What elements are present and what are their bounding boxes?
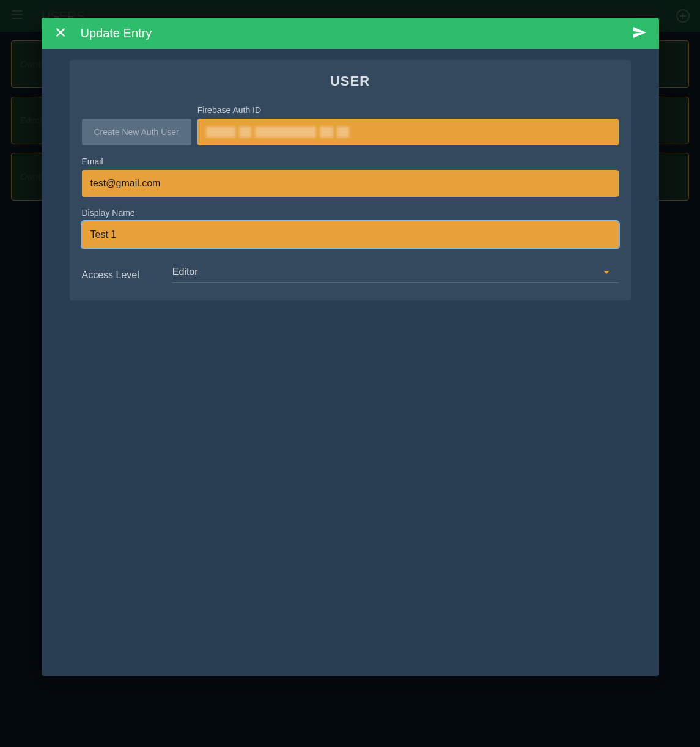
user-form-panel: USER Create New Auth User Firebase Auth … (70, 60, 631, 300)
email-field[interactable] (82, 170, 619, 197)
modal-header: Update Entry (42, 18, 659, 49)
create-new-auth-user-button[interactable]: Create New Auth User (82, 119, 191, 145)
panel-title: USER (82, 73, 619, 89)
update-entry-modal: Update Entry USER Create New Auth User F… (42, 18, 659, 676)
email-label: Email (82, 156, 619, 166)
access-level-value: Editor (172, 267, 198, 278)
access-level-label: Access Level (82, 270, 139, 281)
modal-overlay[interactable]: Update Entry USER Create New Auth User F… (0, 0, 700, 747)
modal-title: Update Entry (81, 26, 152, 40)
masked-segment (337, 127, 349, 138)
modal-body: USER Create New Auth User Firebase Auth … (42, 49, 659, 676)
display-name-field[interactable] (82, 221, 619, 248)
masked-segment (320, 127, 333, 138)
close-icon[interactable] (54, 26, 67, 42)
access-level-select[interactable]: Editor (172, 267, 619, 283)
send-icon[interactable] (632, 25, 647, 42)
chevron-down-icon (603, 268, 610, 279)
firebase-auth-id-label: Firebase Auth ID (197, 105, 619, 115)
masked-segment (206, 127, 235, 138)
display-name-label: Display Name (82, 208, 619, 218)
masked-segment (255, 127, 316, 138)
masked-segment (239, 127, 251, 138)
firebase-auth-id-field[interactable] (197, 119, 619, 145)
